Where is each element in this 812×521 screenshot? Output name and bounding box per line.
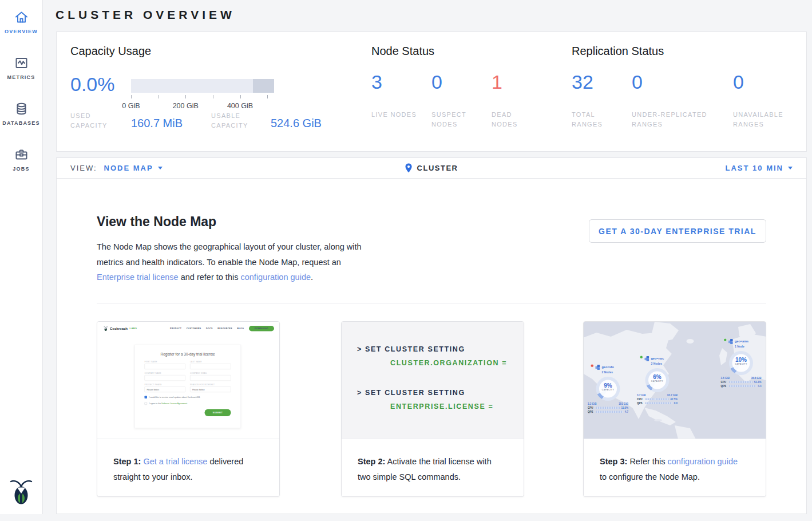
divider — [97, 303, 766, 303]
cpu-value: 52.3% — [754, 381, 762, 384]
cockroach-brand-icon — [104, 326, 108, 331]
nav-item: BLOG — [237, 327, 244, 330]
capacity-percent: 9% — [599, 382, 617, 389]
used-gib: 3.2 GiB — [588, 402, 597, 405]
cpu-label: CPU — [637, 398, 644, 401]
tick-label-400: 400 GiB — [227, 102, 253, 110]
locality-nodes: 2 Nodes — [651, 362, 662, 366]
qps-value: 0.0 — [674, 402, 678, 405]
checkbox-checked-icon — [145, 396, 148, 399]
qps-label: QPS — [637, 402, 644, 405]
form-title: Register for a 30-day trial license — [145, 352, 231, 357]
step-1-caption: Step 1: Get a trial license delivered st… — [97, 439, 269, 484]
cpu-value: 42.5% — [670, 398, 678, 401]
capacity-percent-value: 0.0% — [70, 73, 115, 96]
dead-nodes-label: DEAD NODES — [492, 110, 537, 129]
unavailable-ranges-value: 0 — [733, 70, 802, 94]
dead-nodes-stat: 1 DEAD NODES — [492, 70, 552, 129]
time-range-value: LAST 10 MIN — [726, 164, 783, 172]
total-ranges-value: 32 — [572, 70, 632, 94]
sidebar-item-jobs[interactable]: JOBS — [0, 137, 42, 183]
total-gib: 36.6 GiB — [751, 377, 761, 380]
sql-setting-line: CLUSTER.ORGANIZATION = — [390, 359, 524, 367]
step-label: Step 1: — [113, 457, 141, 466]
time-range-dropdown[interactable]: LAST 10 MIN — [726, 164, 793, 172]
cpu-sparkline — [645, 398, 669, 400]
field-label: COMPANY EMAIL — [190, 372, 231, 374]
configuration-guide-link[interactable]: configuration guide — [667, 457, 738, 466]
capacity-caption: CAPACITY — [732, 363, 750, 365]
suspect-nodes-label: SUSPECT NODES — [431, 110, 477, 129]
sidebar-item-metrics[interactable]: METRICS — [0, 46, 42, 92]
configuration-guide-link[interactable]: configuration guide — [240, 273, 311, 282]
view-selector-dropdown[interactable]: NODE MAP — [104, 164, 163, 172]
cockroach-logo-icon[interactable] — [9, 477, 33, 507]
step-3-caption: Step 3: Refer this configuration guide t… — [584, 439, 755, 484]
metrics-icon — [14, 56, 29, 70]
nodes-cubes-icon — [644, 356, 649, 362]
trial-site-nav: PRODUCT CUSTOMERS DOCS RESOURCES BLOG DO… — [170, 326, 274, 331]
cluster-breadcrumb: CLUSTER — [405, 163, 458, 173]
step-text: Refer this — [629, 457, 665, 466]
field-label: COMPANY NAME — [145, 372, 186, 374]
field-label: FIRST NAME — [145, 361, 186, 363]
enterprise-trial-license-link[interactable]: Enterprise trial license — [97, 273, 179, 282]
used-capacity-label: USED CAPACITY — [70, 111, 113, 131]
view-selector-value: NODE MAP — [104, 164, 153, 172]
used-capacity-value: 160.7 MiB — [131, 117, 183, 130]
checkbox-label: I agree to the Software License Agreemen… — [149, 402, 188, 405]
text-input — [145, 375, 186, 381]
capacity-donut: 6% CAPACITY — [645, 368, 670, 392]
capacity-percent: 6% — [648, 374, 666, 380]
capacity-gauge — [131, 79, 274, 93]
enterprise-trial-button[interactable]: GET A 30-DAY ENTERPRISE TRIAL — [589, 219, 766, 243]
qps-sparkline — [596, 411, 624, 413]
select-input: Please Select — [190, 386, 231, 392]
node-map-heading: View the Node Map — [97, 214, 216, 230]
suspect-nodes-value: 0 — [431, 70, 492, 94]
total-gib: 63.7 GiB — [667, 394, 678, 397]
caret-down-icon — [158, 167, 163, 169]
nodes-cubes-icon — [595, 364, 600, 370]
status-dot-icon — [724, 338, 727, 342]
checkbox-empty-icon — [145, 402, 148, 405]
sidebar: OVERVIEW METRICS DATABASES JOBS — [0, 0, 43, 514]
get-trial-license-link[interactable]: Get a trial license — [143, 457, 207, 466]
cluster-summary-panel: Capacity Usage 0.0% 0 GiB 200 GiB 400 Gi… — [56, 31, 807, 152]
nav-item: RESOURCES — [217, 327, 232, 330]
step-2-card: > SET CLUSTER SETTING CLUSTER.ORGANIZATI… — [341, 321, 524, 497]
locality-sfo: geo=sfo 2 Nodes 9% CAPACITY 3.2 GiB 351 … — [587, 364, 629, 413]
under-replicated-stat: 0 UNDER-REPLICATED RANGES — [632, 70, 733, 129]
jobs-icon — [14, 147, 29, 162]
replication-status-title: Replication Status — [572, 45, 664, 58]
submit-button: SUBMIT — [205, 409, 231, 417]
location-pin-icon — [405, 163, 413, 173]
node-map-description: The Node Map shows the geographical layo… — [97, 239, 365, 285]
status-dot-icon — [591, 364, 594, 368]
qps-value: 4.7 — [625, 411, 628, 413]
capacity-donut: 9% CAPACITY — [596, 377, 620, 401]
page-title: CLUSTER OVERVIEW — [56, 8, 235, 22]
field-label: REASON FOR INTEREST — [190, 384, 231, 386]
capacity-usage-title: Capacity Usage — [70, 45, 151, 58]
sidebar-item-overview[interactable]: OVERVIEW — [0, 0, 42, 46]
sidebar-item-label: OVERVIEW — [0, 29, 42, 34]
cockroach-brand-logo: Cockroach LABS — [104, 326, 137, 331]
step-label: Step 2: — [358, 457, 385, 466]
suspect-nodes-stat: 0 SUSPECT NODES — [431, 70, 492, 129]
locality-name: geo=ams — [735, 340, 748, 343]
dead-nodes-value: 1 — [492, 70, 552, 94]
nav-item: CUSTOMERS — [187, 327, 201, 330]
node-map-panel: View the Node Map The Node Map shows the… — [56, 178, 807, 514]
tick-label-200: 200 GiB — [173, 102, 199, 110]
select-input: Please Select — [145, 386, 186, 392]
capacity-donut: 10% CAPACITY — [729, 351, 753, 375]
caret-down-icon — [788, 167, 793, 169]
node-map-preview: geo=sfo 2 Nodes 9% CAPACITY 3.2 GiB 351 … — [584, 322, 766, 439]
capacity-percent: 10% — [732, 357, 750, 363]
sidebar-item-databases[interactable]: DATABASES — [0, 92, 42, 137]
nodes-cubes-icon — [728, 338, 734, 345]
cpu-value: 11.0% — [621, 406, 628, 409]
license-agreement-link: Software License Agreement. — [161, 402, 188, 405]
nav-item: PRODUCT — [170, 327, 181, 330]
